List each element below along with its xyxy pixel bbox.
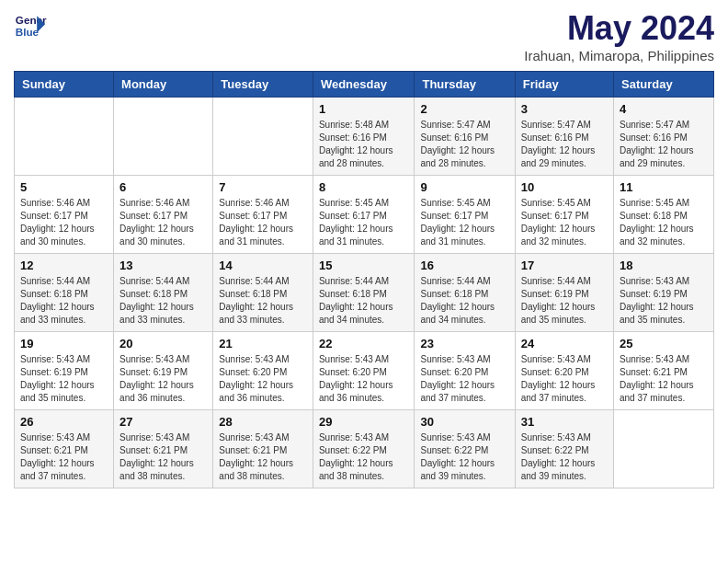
day-info: Sunrise: 5:48 AM Sunset: 6:16 PM Dayligh…	[319, 119, 409, 170]
calendar-cell: 11Sunrise: 5:45 AM Sunset: 6:18 PM Dayli…	[614, 176, 714, 254]
weekday-header-row: SundayMondayTuesdayWednesdayThursdayFrid…	[15, 72, 714, 98]
calendar-cell: 5Sunrise: 5:46 AM Sunset: 6:17 PM Daylig…	[15, 176, 114, 254]
calendar-cell: 22Sunrise: 5:43 AM Sunset: 6:20 PM Dayli…	[313, 332, 415, 410]
day-number: 4	[620, 102, 708, 116]
calendar-cell: 24Sunrise: 5:43 AM Sunset: 6:20 PM Dayli…	[515, 332, 613, 410]
calendar-cell: 13Sunrise: 5:44 AM Sunset: 6:18 PM Dayli…	[114, 254, 213, 332]
day-info: Sunrise: 5:44 AM Sunset: 6:18 PM Dayligh…	[219, 275, 307, 327]
calendar-cell: 31Sunrise: 5:43 AM Sunset: 6:22 PM Dayli…	[515, 410, 613, 488]
day-info: Sunrise: 5:47 AM Sunset: 6:16 PM Dayligh…	[620, 119, 708, 170]
calendar-cell: 3Sunrise: 5:47 AM Sunset: 6:16 PM Daylig…	[515, 98, 613, 176]
day-number: 3	[521, 102, 608, 116]
calendar-cell: 20Sunrise: 5:43 AM Sunset: 6:19 PM Dayli…	[114, 332, 213, 410]
day-number: 11	[620, 180, 708, 194]
day-info: Sunrise: 5:46 AM Sunset: 6:17 PM Dayligh…	[219, 197, 307, 248]
weekday-header-saturday: Saturday	[614, 72, 714, 98]
calendar-cell: 1Sunrise: 5:48 AM Sunset: 6:16 PM Daylig…	[313, 98, 415, 176]
calendar-cell: 29Sunrise: 5:43 AM Sunset: 6:22 PM Dayli…	[313, 410, 415, 488]
calendar-cell: 26Sunrise: 5:43 AM Sunset: 6:21 PM Dayli…	[15, 410, 114, 488]
weekday-header-sunday: Sunday	[15, 72, 114, 98]
calendar-cell: 17Sunrise: 5:44 AM Sunset: 6:19 PM Dayli…	[515, 254, 613, 332]
calendar-cell	[213, 98, 313, 176]
day-info: Sunrise: 5:43 AM Sunset: 6:22 PM Dayligh…	[420, 431, 508, 483]
calendar-cell: 7Sunrise: 5:46 AM Sunset: 6:17 PM Daylig…	[213, 176, 313, 254]
calendar-cell: 18Sunrise: 5:43 AM Sunset: 6:19 PM Dayli…	[614, 254, 714, 332]
day-number: 8	[319, 180, 409, 194]
day-number: 21	[219, 337, 307, 350]
weekday-header-monday: Monday	[114, 72, 213, 98]
day-info: Sunrise: 5:45 AM Sunset: 6:17 PM Dayligh…	[521, 197, 608, 248]
day-number: 29	[319, 415, 409, 429]
day-info: Sunrise: 5:43 AM Sunset: 6:20 PM Dayligh…	[219, 353, 307, 405]
calendar-cell: 2Sunrise: 5:47 AM Sunset: 6:16 PM Daylig…	[415, 98, 515, 176]
page-header: General Blue May 2024 Irahuan, Mimaropa,…	[14, 9, 714, 63]
calendar-cell: 27Sunrise: 5:43 AM Sunset: 6:21 PM Dayli…	[114, 410, 213, 488]
day-info: Sunrise: 5:45 AM Sunset: 6:17 PM Dayligh…	[420, 197, 508, 248]
day-number: 10	[521, 180, 608, 194]
day-number: 1	[319, 102, 409, 116]
day-number: 18	[620, 259, 708, 272]
day-number: 20	[119, 337, 207, 350]
day-number: 9	[420, 180, 508, 194]
day-info: Sunrise: 5:46 AM Sunset: 6:17 PM Dayligh…	[119, 197, 207, 248]
day-number: 30	[420, 415, 508, 429]
title-area: May 2024 Irahuan, Mimaropa, Philippines	[524, 9, 714, 63]
calendar-cell: 4Sunrise: 5:47 AM Sunset: 6:16 PM Daylig…	[614, 98, 714, 176]
day-number: 24	[521, 337, 608, 350]
day-info: Sunrise: 5:44 AM Sunset: 6:18 PM Dayligh…	[20, 275, 108, 327]
calendar-cell: 16Sunrise: 5:44 AM Sunset: 6:18 PM Dayli…	[415, 254, 515, 332]
day-number: 16	[420, 259, 508, 272]
calendar-week-row: 5Sunrise: 5:46 AM Sunset: 6:17 PM Daylig…	[15, 176, 714, 254]
day-number: 28	[219, 415, 307, 429]
calendar-cell: 25Sunrise: 5:43 AM Sunset: 6:21 PM Dayli…	[614, 332, 714, 410]
day-info: Sunrise: 5:43 AM Sunset: 6:21 PM Dayligh…	[620, 353, 708, 405]
day-info: Sunrise: 5:43 AM Sunset: 6:21 PM Dayligh…	[119, 431, 207, 483]
weekday-header-tuesday: Tuesday	[213, 72, 313, 98]
calendar-cell	[114, 98, 213, 176]
day-number: 15	[319, 259, 409, 272]
weekday-header-thursday: Thursday	[415, 72, 515, 98]
calendar-cell: 14Sunrise: 5:44 AM Sunset: 6:18 PM Dayli…	[213, 254, 313, 332]
calendar-cell: 8Sunrise: 5:45 AM Sunset: 6:17 PM Daylig…	[313, 176, 415, 254]
day-number: 26	[20, 415, 108, 429]
weekday-header-wednesday: Wednesday	[313, 72, 415, 98]
day-info: Sunrise: 5:43 AM Sunset: 6:22 PM Dayligh…	[319, 431, 409, 483]
calendar-cell: 28Sunrise: 5:43 AM Sunset: 6:21 PM Dayli…	[213, 410, 313, 488]
day-number: 23	[420, 337, 508, 350]
day-info: Sunrise: 5:44 AM Sunset: 6:18 PM Dayligh…	[119, 275, 207, 327]
day-info: Sunrise: 5:43 AM Sunset: 6:20 PM Dayligh…	[319, 353, 409, 405]
calendar-cell: 15Sunrise: 5:44 AM Sunset: 6:18 PM Dayli…	[313, 254, 415, 332]
day-info: Sunrise: 5:43 AM Sunset: 6:22 PM Dayligh…	[521, 431, 608, 483]
calendar-week-row: 26Sunrise: 5:43 AM Sunset: 6:21 PM Dayli…	[15, 410, 714, 488]
day-info: Sunrise: 5:43 AM Sunset: 6:21 PM Dayligh…	[20, 431, 108, 483]
month-year-title: May 2024	[524, 9, 714, 48]
calendar-cell: 12Sunrise: 5:44 AM Sunset: 6:18 PM Dayli…	[15, 254, 114, 332]
day-info: Sunrise: 5:45 AM Sunset: 6:18 PM Dayligh…	[620, 197, 708, 248]
weekday-header-friday: Friday	[515, 72, 613, 98]
day-number: 7	[219, 180, 307, 194]
day-number: 13	[119, 259, 207, 272]
day-info: Sunrise: 5:45 AM Sunset: 6:17 PM Dayligh…	[319, 197, 409, 248]
calendar-cell	[614, 410, 714, 488]
day-number: 31	[521, 415, 608, 429]
day-number: 14	[219, 259, 307, 272]
calendar-week-row: 19Sunrise: 5:43 AM Sunset: 6:19 PM Dayli…	[15, 332, 714, 410]
day-number: 19	[20, 337, 108, 350]
day-info: Sunrise: 5:47 AM Sunset: 6:16 PM Dayligh…	[521, 119, 608, 170]
logo: General Blue	[14, 9, 47, 42]
day-number: 27	[119, 415, 207, 429]
day-info: Sunrise: 5:44 AM Sunset: 6:18 PM Dayligh…	[420, 275, 508, 327]
location-subtitle: Irahuan, Mimaropa, Philippines	[524, 48, 714, 63]
day-number: 12	[20, 259, 108, 272]
calendar-cell: 19Sunrise: 5:43 AM Sunset: 6:19 PM Dayli…	[15, 332, 114, 410]
day-info: Sunrise: 5:43 AM Sunset: 6:21 PM Dayligh…	[219, 431, 307, 483]
calendar-cell: 21Sunrise: 5:43 AM Sunset: 6:20 PM Dayli…	[213, 332, 313, 410]
calendar-cell: 23Sunrise: 5:43 AM Sunset: 6:20 PM Dayli…	[415, 332, 515, 410]
day-number: 2	[420, 102, 508, 116]
calendar-cell: 9Sunrise: 5:45 AM Sunset: 6:17 PM Daylig…	[415, 176, 515, 254]
calendar-cell: 30Sunrise: 5:43 AM Sunset: 6:22 PM Dayli…	[415, 410, 515, 488]
day-info: Sunrise: 5:44 AM Sunset: 6:18 PM Dayligh…	[319, 275, 409, 327]
day-info: Sunrise: 5:46 AM Sunset: 6:17 PM Dayligh…	[20, 197, 108, 248]
day-info: Sunrise: 5:43 AM Sunset: 6:20 PM Dayligh…	[420, 353, 508, 405]
day-info: Sunrise: 5:44 AM Sunset: 6:19 PM Dayligh…	[521, 275, 608, 327]
